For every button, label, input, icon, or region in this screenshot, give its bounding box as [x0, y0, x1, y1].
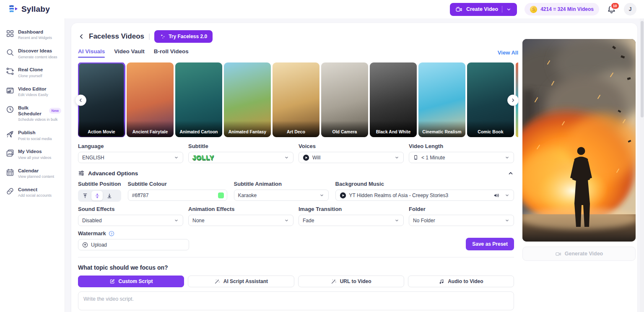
sound-effects-select[interactable]: Disabled — [78, 215, 183, 226]
folder-select[interactable]: No Folder — [409, 215, 514, 226]
tab-b-roll-videos[interactable]: B-roll Videos — [154, 48, 189, 57]
subtitle-select[interactable]: JOLLY — [188, 152, 293, 163]
sparkles-icon — [160, 34, 166, 39]
syllaby-logo[interactable]: Syllaby — [8, 4, 50, 15]
watermark-upload-button[interactable]: Upload — [78, 239, 189, 250]
topbar: Syllaby Create Video S 4214 = 324 Min Vi… — [0, 0, 644, 18]
sidebar-item-label: Video Editor — [18, 86, 48, 92]
watermark-row: Watermark ? Upload Save as Preset — [78, 230, 514, 250]
style-card-label: Black And White — [370, 121, 417, 137]
play-icon[interactable] — [340, 192, 346, 199]
mode-button-url-to-video[interactable]: URL to Video — [298, 276, 404, 287]
subtitle-animation-select[interactable]: Karaoke — [234, 190, 329, 201]
scrollbar-thumb[interactable] — [641, 21, 644, 117]
play-icon[interactable] — [303, 154, 309, 161]
align-bottom-button[interactable] — [104, 191, 115, 200]
carousel-prev-button[interactable] — [75, 95, 86, 106]
subtitle-colour-input[interactable] — [132, 192, 215, 198]
video-editor-icon — [6, 86, 14, 95]
style-card-animated-fantasy[interactable]: Animated Fantasy — [224, 62, 271, 137]
sidebar-item-sublabel: View all your videos — [18, 156, 51, 160]
background-music-select[interactable]: YT Hidden Realms of Asia - Creepy Storie… — [335, 190, 514, 201]
subtitle-animation-value: Karaoke — [238, 192, 257, 198]
credits-text: 4214 = 324 Min Videos — [540, 6, 594, 12]
video-length-value: < 1 Minute — [421, 155, 445, 161]
style-card-label: Animated Cartoon — [175, 121, 222, 137]
align-top-button[interactable] — [79, 191, 91, 200]
sidebar-item-publish[interactable]: PublishPost to social media — [0, 126, 65, 145]
style-card-animated-cartoon[interactable]: Animated Cartoon — [175, 62, 222, 137]
sidebar-item-discover-ideas[interactable]: Discover IdeasGenerate content ideas — [0, 44, 65, 63]
align-middle-icon — [94, 193, 100, 199]
try-faceless-2-button[interactable]: Try Faceless 2.0 — [154, 30, 213, 43]
image-transition-value: Fade — [303, 218, 314, 224]
script-textarea[interactable] — [78, 291, 514, 310]
music-note-icon — [439, 278, 444, 284]
mode-button-custom-script[interactable]: Custom Script — [78, 276, 184, 287]
subtitle-animation-group: Subtitle Animation Karaoke — [234, 181, 329, 202]
style-card-art-deco[interactable]: Art Deco — [273, 62, 319, 137]
credits-pill[interactable]: S 4214 = 324 Min Videos — [525, 3, 599, 16]
sidebar-item-my-videos[interactable]: My VideosView all your videos — [0, 145, 65, 164]
style-card-black-and-white[interactable]: Black And White — [370, 62, 417, 137]
generate-video-button[interactable]: Generate Video — [522, 247, 636, 261]
subtitle-colour-field — [128, 190, 227, 201]
mode-button-audio-to-video[interactable]: Audio to Video — [408, 276, 514, 287]
advanced-options-title: Advanced Options — [88, 170, 138, 177]
tab-ai-visuals[interactable]: AI Visuals — [78, 48, 105, 57]
back-chevron-icon[interactable] — [78, 33, 85, 40]
new-badge: New — [49, 108, 61, 114]
chevron-left-icon — [78, 98, 83, 103]
carousel-next-button[interactable] — [507, 95, 519, 106]
background-music-label: Background Music — [335, 181, 514, 187]
sidebar-item-sublabel: View planned content — [18, 174, 54, 179]
sidebar-item-real-clone[interactable]: Real CloneClone yourself — [0, 63, 65, 82]
mode-button-ai-script-assistant[interactable]: AI Script Assistant — [188, 276, 294, 287]
style-card-label: Comic Book — [467, 121, 514, 137]
sidebar-item-label: Real Clone — [18, 67, 43, 73]
style-card-cinematic-realism[interactable]: Cinematic Realism — [418, 62, 465, 137]
language-field-group: Language ENGLISH — [78, 143, 183, 163]
background-music-value: YT Hidden Realms of Asia - Creepy Storie… — [349, 192, 449, 198]
view-all-link[interactable]: View All — [498, 49, 518, 56]
chevron-down-icon[interactable] — [506, 7, 512, 12]
page-header: Faceless Videos | Try Faceless 2.0 — [78, 31, 518, 42]
video-length-select[interactable]: < 1 Minute — [409, 152, 514, 163]
sidebar-item-video-editor[interactable]: Video EditorEdit Videos Easily — [0, 82, 65, 101]
wand-icon — [214, 278, 220, 284]
dashboard-grid-icon — [6, 29, 14, 38]
help-question-icon[interactable]: ? — [109, 231, 114, 237]
user-avatar[interactable]: J — [624, 3, 636, 16]
language-select[interactable]: ENGLISH — [78, 152, 183, 163]
create-video-button[interactable]: Create Video — [450, 3, 517, 16]
clone-arrows-icon — [6, 67, 14, 75]
save-as-preset-button[interactable]: Save as Preset — [466, 238, 514, 250]
sidebar-item-sublabel: Post to social media — [18, 137, 52, 141]
voices-select[interactable]: Will — [299, 152, 404, 163]
sidebar-item-label: Bulk SchedulerNew — [18, 105, 61, 117]
align-middle-button[interactable] — [91, 191, 103, 200]
sidebar-item-label: Discover Ideas — [18, 48, 57, 54]
watermark-label: Watermark — [78, 230, 106, 237]
speaker-icon[interactable] — [493, 192, 500, 199]
style-card-ancient-fairytale[interactable]: Ancient Fairytale — [127, 62, 174, 137]
preview-image — [522, 39, 636, 242]
sidebar-item-bulk-scheduler[interactable]: Bulk SchedulerNewSchedule videos in bulk — [0, 101, 65, 126]
sidebar-item-calendar[interactable]: CalendarView planned content — [0, 164, 65, 183]
style-card-old-camera[interactable]: Old Camera — [321, 62, 368, 137]
sidebar-item-dashboard[interactable]: DashboardRecent and Widgets — [0, 25, 65, 44]
advanced-options-header[interactable]: Advanced Options — [78, 170, 518, 177]
content-column: Faceless Videos | Try Faceless 2.0 AI Vi… — [78, 31, 518, 312]
sidebar-item-connect[interactable]: ConnectAdd social accounts — [0, 183, 65, 202]
create-video-label: Create Video — [466, 6, 498, 12]
notifications-bell[interactable]: 10 — [607, 5, 616, 14]
clock-icon — [6, 105, 14, 114]
sidebar-item-label: Connect — [18, 187, 52, 192]
chevron-down-icon — [394, 155, 400, 160]
chevron-up-icon[interactable] — [507, 170, 514, 177]
image-transition-select[interactable]: Fade — [299, 215, 404, 226]
voices-label: Voices — [299, 143, 404, 149]
animation-effects-select[interactable]: None — [188, 215, 293, 226]
folder-value: No Folder — [413, 218, 435, 224]
tab-video-vault[interactable]: Video Vault — [114, 48, 145, 57]
